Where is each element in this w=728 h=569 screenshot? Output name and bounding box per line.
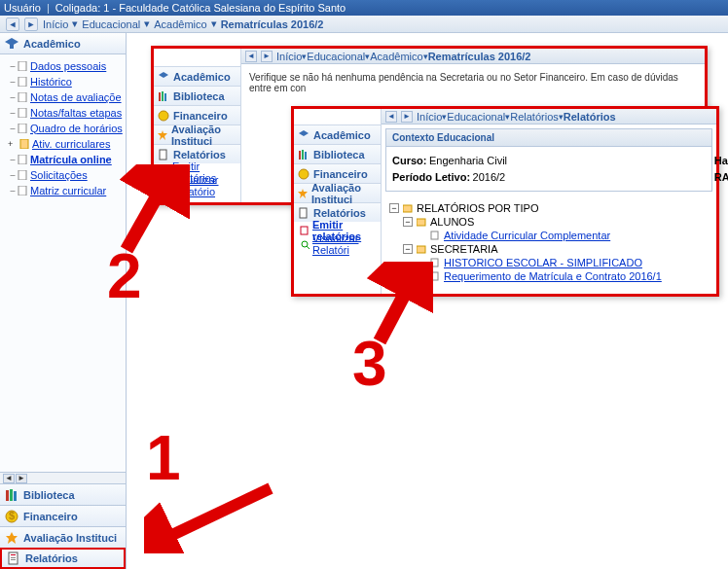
money-icon bbox=[157, 109, 170, 123]
separator: | bbox=[47, 2, 50, 14]
panel-scroll-row: ◄ ► bbox=[0, 472, 126, 483]
inset3-visualizar[interactable]: Visualizar Relatóri bbox=[300, 237, 379, 251]
nav-back-icon[interactable]: ◄ bbox=[385, 111, 397, 123]
svg-rect-6 bbox=[18, 124, 26, 133]
panel-biblioteca[interactable]: Biblioteca bbox=[0, 483, 126, 505]
inset3-academico[interactable]: Acadêmico bbox=[294, 124, 381, 144]
panel-label: Biblioteca bbox=[23, 489, 75, 501]
inset-panel-3: Acadêmico Biblioteca Financeiro Avaliaçã… bbox=[291, 106, 719, 297]
inset3-breadcrumb: ◄ ► Início ▾ Educacional ▾ Relatórios ▾ … bbox=[382, 109, 716, 124]
academic-cap-icon bbox=[4, 36, 19, 52]
svg-rect-37 bbox=[300, 208, 307, 218]
inset2-avaliacao[interactable]: Avaliação Instituci bbox=[154, 124, 240, 144]
money-icon bbox=[297, 167, 310, 181]
inset3-avaliacao[interactable]: Avaliação Instituci bbox=[294, 183, 381, 202]
relatorios-por-tipo-tree: −RELATÓRIOS POR TIPO −ALUNOS Atividade C… bbox=[382, 196, 716, 289]
svg-rect-34 bbox=[305, 152, 307, 160]
svg-marker-16 bbox=[6, 532, 18, 544]
svg-rect-28 bbox=[161, 168, 167, 176]
tree-item-quadro[interactable]: –Quadro de horários bbox=[8, 121, 124, 135]
tree-group-secretaria[interactable]: −SECRETARIA bbox=[403, 242, 709, 256]
arrow-1-icon bbox=[144, 480, 280, 553]
inset3-sidebar: Acadêmico Biblioteca Financeiro Avaliaçã… bbox=[294, 109, 382, 294]
svg-line-30 bbox=[166, 188, 169, 191]
svg-text:$: $ bbox=[9, 510, 15, 521]
user-label: Usuário bbox=[4, 2, 41, 14]
svg-rect-44 bbox=[417, 246, 425, 253]
tree-group-alunos[interactable]: −ALUNOS bbox=[403, 215, 709, 229]
collapsed-panels: ◄ ► Biblioteca $ Financeiro Avaliação In… bbox=[0, 472, 126, 569]
tree-item-matriz[interactable]: –Matriz curricular bbox=[8, 183, 124, 197]
svg-rect-4 bbox=[18, 92, 26, 102]
inset3-financeiro[interactable]: Financeiro bbox=[294, 163, 381, 183]
inset2-visualizar[interactable]: Visualizar Relatório bbox=[160, 179, 238, 193]
report-icon bbox=[297, 206, 310, 220]
inset2-sidebar: Acadêmico Biblioteca Financeiro Avaliaçã… bbox=[154, 49, 241, 202]
left-sidebar: Acadêmico –Dados pessoais –Histórico –No… bbox=[0, 33, 127, 569]
svg-rect-18 bbox=[11, 554, 16, 555]
money-icon: $ bbox=[4, 509, 19, 524]
tree-item-notas-avaliacoes[interactable]: –Notas de avaliaçõe bbox=[8, 89, 124, 104]
context-title: Contexto Educacional bbox=[386, 129, 711, 147]
svg-rect-43 bbox=[431, 231, 438, 239]
content-area: Acadêmico Biblioteca Financeiro Avaliaçã… bbox=[127, 33, 728, 569]
svg-marker-0 bbox=[5, 38, 18, 46]
tree-root[interactable]: −RELATÓRIOS POR TIPO bbox=[389, 201, 709, 215]
svg-marker-36 bbox=[298, 189, 308, 198]
panel-label: Financeiro bbox=[23, 511, 78, 522]
bc-current: Rematrículas 2016/2 bbox=[221, 18, 324, 30]
tree-item-solicitacoes[interactable]: –Solicitações bbox=[8, 167, 124, 182]
svg-rect-24 bbox=[164, 93, 166, 101]
panel-label: Avaliação Instituci bbox=[23, 532, 117, 544]
panel-financeiro[interactable]: $ Financeiro bbox=[0, 505, 126, 526]
tree-item-notas-faltas[interactable]: –Notas/faltas etapas bbox=[8, 105, 124, 120]
section-academico[interactable]: Acadêmico bbox=[0, 33, 126, 54]
bc-item[interactable]: Acadêmico bbox=[154, 18, 206, 30]
report-icon bbox=[157, 148, 170, 161]
svg-line-47 bbox=[154, 488, 271, 544]
panel-avaliacao[interactable]: Avaliação Instituci bbox=[0, 526, 126, 548]
tree-item-historico[interactable]: –Histórico bbox=[8, 74, 124, 89]
nav-forward-icon[interactable]: ► bbox=[24, 18, 38, 31]
books-icon bbox=[297, 148, 310, 161]
panel-label: Relatórios bbox=[25, 552, 78, 564]
svg-marker-31 bbox=[299, 130, 309, 136]
svg-rect-45 bbox=[431, 259, 438, 267]
breadcrumb: ◄ ► Início▾ Educacional▾ Acadêmico▾ Rema… bbox=[0, 16, 728, 33]
tree-leaf-alunos-0[interactable]: Atividade Curricular Complementar bbox=[417, 229, 709, 242]
context-educacional: Contexto Educacional Curso: Engenharia C… bbox=[385, 128, 712, 192]
inset3-relatorios-tree: Emitir relatórios Visualizar Relatóri bbox=[294, 222, 381, 253]
inset2-academico[interactable]: Acadêmico bbox=[154, 66, 240, 86]
nav-forward-icon[interactable]: ► bbox=[401, 111, 413, 123]
bc-item[interactable]: Educacional bbox=[82, 18, 140, 30]
bc-item[interactable]: Início bbox=[43, 18, 68, 30]
svg-rect-42 bbox=[417, 219, 425, 226]
academico-tree: –Dados pessoais –Histórico –Notas de ava… bbox=[0, 54, 126, 206]
inset3-content: ◄ ► Início ▾ Educacional ▾ Relatórios ▾ … bbox=[382, 109, 716, 294]
nav-forward-icon[interactable]: ► bbox=[261, 51, 273, 62]
tree-leaf-secretaria-0[interactable]: HISTORICO ESCOLAR - SIMPLIFICADO bbox=[417, 256, 709, 269]
svg-rect-46 bbox=[431, 272, 438, 280]
academic-cap-icon bbox=[157, 70, 170, 84]
nav-back-icon[interactable]: ◄ bbox=[6, 18, 19, 31]
star-icon bbox=[297, 187, 309, 200]
svg-rect-19 bbox=[11, 557, 16, 558]
panel-relatorios[interactable]: Relatórios bbox=[0, 548, 126, 569]
tree-item-dados[interactable]: –Dados pessoais bbox=[8, 58, 124, 73]
tree-item-ativ[interactable]: +Ativ. curriculares bbox=[8, 136, 124, 151]
inset3-biblioteca[interactable]: Biblioteca bbox=[294, 144, 381, 163]
tree-leaf-secretaria-1[interactable]: Requerimento de Matrícula e Contrato 201… bbox=[417, 269, 709, 283]
star-icon bbox=[157, 128, 168, 142]
svg-rect-22 bbox=[159, 92, 161, 101]
scroll-left-icon[interactable]: ◄ bbox=[3, 474, 15, 483]
books-icon bbox=[157, 89, 170, 103]
scroll-right-icon[interactable]: ► bbox=[16, 474, 27, 483]
svg-rect-11 bbox=[6, 490, 9, 501]
tree-item-matricula[interactable]: –Matrícula online bbox=[8, 152, 124, 166]
inset2-financeiro[interactable]: Financeiro bbox=[154, 105, 240, 124]
inset2-biblioteca[interactable]: Biblioteca bbox=[154, 86, 240, 105]
svg-line-40 bbox=[307, 246, 309, 249]
nav-back-icon[interactable]: ◄ bbox=[245, 51, 257, 62]
svg-rect-23 bbox=[162, 91, 164, 101]
svg-rect-10 bbox=[18, 186, 26, 196]
